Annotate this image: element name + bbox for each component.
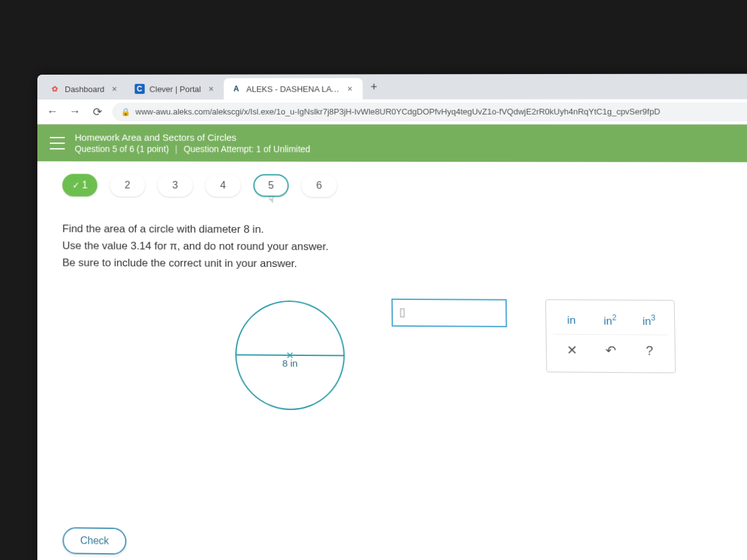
answer-placeholder: ▯ xyxy=(399,303,406,322)
close-icon[interactable]: × xyxy=(345,84,355,94)
question-pill-5[interactable]: 5 ☟ xyxy=(253,174,289,197)
unit-in3[interactable]: in3 xyxy=(639,312,659,330)
unit-in[interactable]: in xyxy=(561,312,581,329)
prompt-line-1: Find the area of a circle with diameter … xyxy=(62,220,738,240)
browser-window: ✿ Dashboard × C Clever | Portal × A ALEK… xyxy=(37,74,747,560)
question-count: Question 5 of 6 (1 point) xyxy=(75,144,169,154)
url-text: www-awu.aleks.com/alekscgi/x/Isl.exe/1o_… xyxy=(135,107,660,116)
tab-clever[interactable]: C Clever | Portal × xyxy=(127,78,223,100)
help-button[interactable]: ? xyxy=(639,340,659,361)
menu-icon[interactable] xyxy=(50,137,65,149)
check-button[interactable]: Check xyxy=(63,527,127,554)
attempt-info: Question Attempt: 1 of Unlimited xyxy=(184,144,311,154)
question-navigator: ✓ 1 2 3 4 5 ☟ 6 xyxy=(37,161,747,203)
question-pill-2[interactable]: 2 xyxy=(110,174,145,197)
tab-dashboard[interactable]: ✿ Dashboard × xyxy=(42,78,127,100)
close-icon[interactable]: × xyxy=(110,84,120,94)
back-button[interactable]: ← xyxy=(45,104,60,119)
undo-button[interactable]: ↶ xyxy=(601,340,621,361)
lock-icon: 🔒 xyxy=(121,107,130,116)
unit-in2[interactable]: in2 xyxy=(600,312,620,330)
favicon-aleks: A xyxy=(231,84,241,94)
favicon-dashboard: ✿ xyxy=(50,84,60,94)
address-bar: ← → ⟳ 🔒 www-awu.aleks.com/alekscgi/x/Isl… xyxy=(37,99,747,124)
check-icon: ✓ xyxy=(72,180,80,190)
tab-aleks[interactable]: A ALEKS - DASHENA LATORTUE - L × xyxy=(223,78,362,99)
prompt-line-2: Use the value 3.14 for π, and do not rou… xyxy=(62,237,738,257)
answer-input[interactable]: ▯ xyxy=(392,298,507,327)
circle-figure: 8 in xyxy=(226,291,354,419)
question-pill-6[interactable]: 6 xyxy=(301,174,337,197)
url-field[interactable]: 🔒 www-awu.aleks.com/alekscgi/x/Isl.exe/1… xyxy=(112,102,747,121)
close-icon[interactable]: × xyxy=(206,84,216,94)
reload-button[interactable]: ⟳ xyxy=(90,104,105,119)
forward-button[interactable]: → xyxy=(67,104,82,119)
favicon-clever: C xyxy=(134,84,144,94)
tab-title: Dashboard xyxy=(65,84,105,93)
assignment-banner: Homework Area and Sectors of Circles Que… xyxy=(37,124,747,162)
assignment-title: Homework Area and Sectors of Circles xyxy=(75,132,310,142)
tab-title: ALEKS - DASHENA LATORTUE - L xyxy=(247,84,340,93)
diameter-label: 8 in xyxy=(282,357,298,368)
new-tab-button[interactable]: + xyxy=(365,78,383,95)
question-pill-4[interactable]: 4 xyxy=(205,174,241,197)
question-pill-3[interactable]: 3 xyxy=(157,174,193,197)
unit-palette: in in2 in3 ✕ ↶ ? xyxy=(545,299,676,374)
tab-title: Clever | Portal xyxy=(149,84,201,93)
question-content: Find the area of a circle with diameter … xyxy=(37,202,747,442)
page-body: Homework Area and Sectors of Circles Que… xyxy=(37,124,747,560)
clear-button[interactable]: ✕ xyxy=(562,340,582,360)
banner-text: Homework Area and Sectors of Circles Que… xyxy=(75,132,310,154)
question-pill-1[interactable]: ✓ 1 xyxy=(62,174,97,196)
prompt-line-3: Be sure to include the correct unit in y… xyxy=(62,254,739,274)
tab-bar: ✿ Dashboard × C Clever | Portal × A ALEK… xyxy=(37,74,747,100)
